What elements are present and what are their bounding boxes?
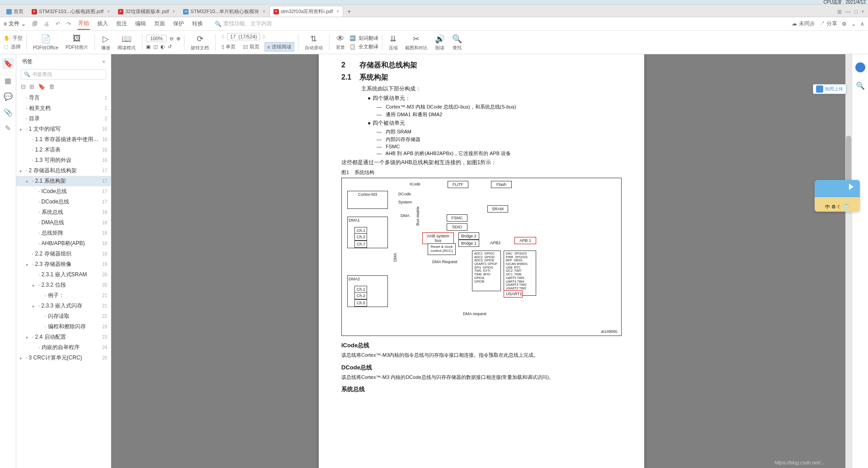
bookmark-item[interactable]: ▫ICode总线17: [16, 186, 111, 197]
page-indicator[interactable]: 17 (17/524): [227, 33, 260, 40]
bm-delete-icon[interactable]: 🗑: [49, 83, 55, 90]
ribbon-tab-insert[interactable]: 插入: [96, 18, 109, 29]
single-page-mode[interactable]: ▯ 单页: [219, 43, 238, 51]
quick-save-icon[interactable]: 🗐: [32, 21, 38, 27]
quick-redo-icon[interactable]: ↷: [66, 21, 71, 27]
file-menu[interactable]: ≡ 文件 ⌄: [4, 20, 26, 28]
pdf-to-office[interactable]: 📄PDF转Office: [30, 34, 61, 51]
play-button[interactable]: ▷播放: [99, 34, 113, 51]
continuous-mode[interactable]: ≡ 连续阅读: [264, 42, 294, 52]
comments-icon[interactable]: 💬: [4, 92, 13, 101]
attachments-icon[interactable]: 📎: [4, 108, 13, 117]
fit-width-icon[interactable]: ▣: [146, 44, 151, 50]
ribbon-tab-annotate[interactable]: 批注: [115, 18, 128, 29]
bookmark-item[interactable]: ▸▫2.3.3 嵌入式闪存21: [16, 301, 111, 311]
bookmark-item[interactable]: ▫系统总线18: [16, 207, 111, 217]
thumbnails-icon[interactable]: ▦: [5, 76, 11, 85]
ribbon-tab-protect[interactable]: 保护: [172, 18, 185, 29]
bookmark-item[interactable]: ▫相关文档1: [16, 103, 111, 113]
full-translate[interactable]: 📋 全文翻译: [349, 43, 378, 50]
auto-scroll[interactable]: ⇅自动滚动: [302, 34, 326, 51]
bm-collapse-icon[interactable]: ⊞: [29, 83, 34, 90]
hand-tool[interactable]: ✋ 手型: [4, 35, 23, 42]
tab-doc-2[interactable]: P32垃圾桶新版本.pdf×: [114, 6, 179, 17]
bookmark-item[interactable]: ▸▫2.1 系统构架17: [16, 176, 111, 186]
page-next-icon[interactable]: 〉: [263, 33, 268, 40]
new-tab-button[interactable]: +: [343, 5, 355, 17]
bookmark-item[interactable]: ▸▫2.4 启动配置23: [16, 332, 111, 342]
double-page-mode[interactable]: ▯▯ 双页: [241, 43, 262, 51]
maximize-icon[interactable]: □: [854, 9, 858, 15]
bookmark-item[interactable]: ▫DCode总线17: [16, 197, 111, 207]
rotate-doc[interactable]: ⟳旋转文档: [188, 34, 212, 51]
bookmark-item[interactable]: ▸▫2.3 存储器映像19: [16, 259, 111, 269]
scrollbar[interactable]: [845, 54, 852, 468]
bookmark-item[interactable]: ▫总线矩阵18: [16, 228, 111, 238]
find[interactable]: 🔍查找: [449, 34, 465, 51]
zoom-tool-icon[interactable]: 🔍: [856, 81, 865, 90]
bookmark-item[interactable]: ▫1.2 术语表16: [16, 145, 111, 155]
bookmark-item[interactable]: ▫闪存读取22: [16, 311, 111, 321]
screenshot-compare[interactable]: ✂截图和对比: [402, 34, 430, 51]
close-icon[interactable]: ×: [107, 9, 110, 14]
read-aloud[interactable]: 🔊朗读: [432, 34, 448, 51]
settings-icon[interactable]: ⚙: [842, 21, 847, 27]
zoom-level[interactable]: 100%: [146, 35, 167, 42]
fit-page-icon[interactable]: ◫: [153, 44, 158, 50]
bookmark-item[interactable]: ▸▫3 CRC计算单元(CRC)25: [16, 353, 111, 363]
bookmark-item[interactable]: ▫编程和擦除闪存23: [16, 321, 111, 332]
bm-add-icon[interactable]: 🔖: [38, 83, 45, 90]
close-icon[interactable]: ×: [263, 9, 265, 14]
quick-print-icon[interactable]: 🖨: [44, 21, 49, 27]
ime-widget[interactable]: 中 ⚙ ☾ 👕: [815, 180, 860, 212]
help-icon[interactable]: ∧: [860, 21, 864, 27]
collapse-ribbon-icon[interactable]: ⌄: [851, 21, 856, 27]
compress[interactable]: ⇊压缩: [386, 34, 401, 51]
bm-expand-icon[interactable]: ⊟: [21, 83, 26, 90]
bookmark-item[interactable]: ▫2.3.1 嵌入式SRAM20: [16, 269, 111, 280]
bookmark-item[interactable]: ▫例子：21: [16, 290, 111, 301]
bookmark-item[interactable]: ▫目录2: [16, 113, 111, 124]
signature-icon[interactable]: ✎: [5, 124, 11, 132]
bookmark-item[interactable]: ▫1.3 可用的外设16: [16, 155, 111, 165]
page-prev-icon[interactable]: 〈: [219, 33, 224, 40]
bookmark-item[interactable]: ▫内嵌的自举程序24: [16, 342, 111, 353]
rotate-left-icon[interactable]: ↺: [168, 44, 172, 50]
function-search[interactable]: 🔍 查找功能、文字内容: [215, 20, 272, 28]
close-icon[interactable]: ×: [336, 9, 339, 14]
zoom-out-icon[interactable]: ⊖: [170, 36, 174, 42]
window-list-icon[interactable]: ⊞: [837, 9, 842, 15]
bookmark-item[interactable]: ▸▫2 存储器和总线构架17: [16, 165, 111, 176]
select-tool[interactable]: ⬚ 选择: [4, 43, 23, 50]
bookmark-search[interactable]: 🔍 书签查找: [21, 69, 106, 80]
background[interactable]: 👁背景: [333, 34, 348, 51]
actual-size-icon[interactable]: ◐: [160, 44, 165, 50]
tab-doc-3[interactable]: WSTM32F10...单片机核心板模块×: [179, 6, 269, 17]
share-button[interactable]: ↗ 分享: [820, 20, 837, 28]
quick-undo-icon[interactable]: ↶: [56, 21, 60, 27]
close-panel-icon[interactable]: ×: [102, 59, 105, 65]
bookmark-item[interactable]: ▸▫1 文中的缩写16: [16, 124, 111, 134]
read-mode[interactable]: 📖阅读模式: [115, 34, 138, 51]
bookmark-item[interactable]: ▸▫2.3.2 位段20: [16, 280, 111, 290]
tab-doc-1[interactable]: PSTM32F103...心板电路图.pdf×: [28, 6, 114, 17]
tab-doc-4[interactable]: Pstm32f10x应用资料i.pdf×: [269, 6, 343, 17]
word-translate[interactable]: 🔤 划词翻译: [349, 35, 378, 42]
ribbon-tab-page[interactable]: 页面: [153, 18, 166, 29]
upload-widget[interactable]: 拍照上传: [813, 84, 846, 94]
bookmark-item[interactable]: ▫DMA总线18: [16, 217, 111, 228]
close-icon[interactable]: ×: [172, 9, 175, 14]
bookmark-item[interactable]: ▫2.2 存储器组织18: [16, 249, 111, 259]
bookmark-item[interactable]: ▫导言1: [16, 93, 111, 103]
zoom-in-icon[interactable]: ⊕: [176, 36, 180, 42]
bookmark-item[interactable]: ▫1.1 寄存器描述表中使用的缩写列表16: [16, 134, 111, 145]
ribbon-tab-edit[interactable]: 编辑: [134, 18, 147, 29]
assistant-icon[interactable]: [855, 62, 865, 72]
ribbon-tab-start[interactable]: 开始: [77, 18, 90, 30]
bookmark-item[interactable]: ▫AHB/APB桥(APB)18: [16, 238, 111, 249]
document-viewport[interactable]: 2存储器和总线构架 2.1系统构架 主系统由以下部分构成： ● 四个驱动单元： …: [111, 54, 852, 468]
ribbon-tab-convert[interactable]: 转换: [191, 18, 204, 29]
minimize-icon[interactable]: —: [845, 9, 851, 15]
bookmark-icon[interactable]: 🔖: [2, 58, 14, 69]
pdf-to-image[interactable]: 🖼PDF转图片: [63, 34, 91, 51]
